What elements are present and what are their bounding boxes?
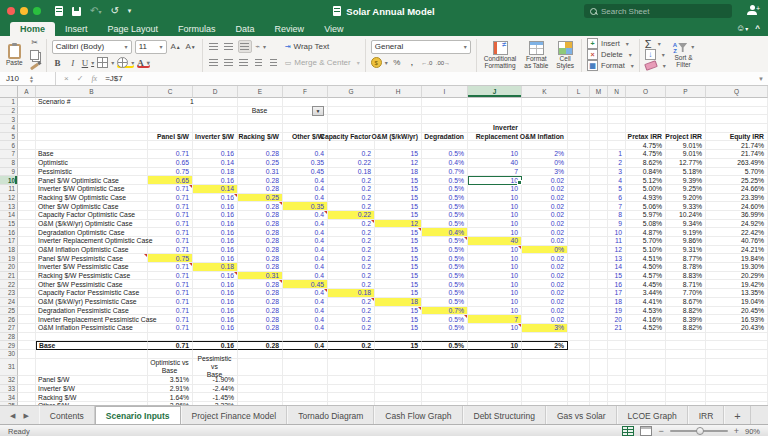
cell-K17[interactable]: 0.02 [522, 237, 568, 246]
cell-M21[interactable] [590, 272, 608, 281]
cell-Q27[interactable]: 20.43% [706, 324, 768, 333]
cell-M23[interactable] [590, 289, 608, 298]
cell-C8[interactable]: 0.65 [148, 159, 193, 168]
cell-A25[interactable] [18, 307, 36, 316]
cell-O7[interactable]: 4.75% [626, 150, 666, 159]
cell-A34[interactable] [18, 393, 36, 402]
cell-G32[interactable] [328, 376, 375, 385]
cell-Q12[interactable]: 23.39% [706, 194, 768, 203]
cell-F3[interactable] [283, 115, 328, 124]
cell-A30[interactable] [18, 350, 36, 359]
cell-H22[interactable]: 15 [375, 280, 422, 289]
sheet-tab-gas-vs-solar[interactable]: Gas vs Solar [546, 406, 617, 425]
cell-M8[interactable] [590, 159, 608, 168]
cell-Q24[interactable]: 19.04% [706, 298, 768, 307]
align-left-icon[interactable] [208, 57, 220, 68]
cell-L14[interactable] [568, 211, 590, 220]
cell-J19[interactable]: 10 [468, 254, 522, 263]
cell-B25[interactable]: Degradation Pessimistic Case [36, 307, 148, 316]
cell-M16[interactable] [590, 228, 608, 237]
cell-A29[interactable] [18, 341, 36, 350]
cell-A31[interactable] [18, 359, 36, 376]
row-header-29[interactable]: 29 [0, 341, 18, 350]
cell-O21[interactable]: 4.57% [626, 272, 666, 281]
cell-H12[interactable]: 15 [375, 194, 422, 203]
cell-N6[interactable] [608, 141, 626, 150]
cell-B2[interactable] [36, 107, 148, 116]
cell-G14[interactable]: 0.22 [328, 211, 375, 220]
cell-I20[interactable]: 0.5% [422, 263, 468, 272]
cell-D23[interactable]: 0.16 [193, 289, 238, 298]
currency-format-icon[interactable]: $▾ [371, 57, 388, 68]
row-header-19[interactable]: 19 [0, 254, 18, 263]
cell-C4[interactable] [148, 124, 193, 133]
cell-J9[interactable]: 7 [468, 168, 522, 177]
cell-G8[interactable]: 0.22 [328, 159, 375, 168]
col-header-C[interactable]: C [148, 86, 193, 98]
cell-styles-button[interactable]: CellStyles [554, 38, 576, 71]
cell-H9[interactable]: 18 [375, 168, 422, 177]
cell-Q19[interactable]: 19.84% [706, 254, 768, 263]
cell-I26[interactable]: 0.5% [422, 315, 468, 324]
cell-F10[interactable]: 0.4 [283, 176, 328, 185]
cell-P27[interactable]: 8.82% [666, 324, 706, 333]
ribbon-tab-review[interactable]: Review [265, 22, 315, 36]
cell-K24[interactable]: 0.02 [522, 298, 568, 307]
cell-P33[interactable] [666, 385, 706, 394]
cell-H24[interactable]: 18 [375, 298, 422, 307]
cell-K19[interactable]: 0.02 [522, 254, 568, 263]
cell-B9[interactable]: Pessimistic [36, 168, 148, 177]
cell-C6[interactable] [148, 141, 193, 150]
cell-H28[interactable] [375, 333, 422, 342]
cell-E32[interactable] [238, 376, 283, 385]
cell-C32[interactable]: 3.51% [148, 376, 193, 385]
cell-L29[interactable] [568, 341, 590, 350]
cell-K26[interactable]: 0.02 [522, 315, 568, 324]
cell-H10[interactable]: 15 [375, 176, 422, 185]
cell-J30[interactable] [468, 350, 522, 359]
percent-format-icon[interactable]: % [391, 57, 403, 68]
cell-Q1[interactable] [706, 98, 768, 107]
cell-P23[interactable]: 7.70% [666, 289, 706, 298]
cell-A5[interactable] [18, 133, 36, 142]
cell-F27[interactable]: 0.4 [283, 324, 328, 333]
format-cells-button[interactable]: ▦ Format▾ [587, 61, 634, 71]
cell-K22[interactable]: 0.02 [522, 280, 568, 289]
cell-J31[interactable] [468, 359, 522, 376]
cell-H29[interactable]: 15 [375, 341, 422, 350]
cell-N34[interactable] [608, 393, 626, 402]
cell-O2[interactable] [626, 107, 666, 116]
underline-button[interactable]: U▾ [82, 57, 95, 68]
cell-L27[interactable] [568, 324, 590, 333]
cell-I1[interactable] [422, 98, 468, 107]
cell-K11[interactable]: 0.02 [522, 185, 568, 194]
cell-N32[interactable] [608, 376, 626, 385]
decrease-font-icon[interactable]: A▼ [185, 41, 197, 52]
row-header-5[interactable]: 5 [0, 133, 18, 142]
cell-P8[interactable]: 12.77% [666, 159, 706, 168]
cell-J27[interactable]: 10 [468, 324, 522, 333]
cell-M17[interactable] [590, 237, 608, 246]
cell-Q16[interactable]: 22.42% [706, 228, 768, 237]
cell-E1[interactable] [238, 98, 283, 107]
cell-C9[interactable]: 0.75 [148, 168, 193, 177]
col-header-K[interactable]: K [522, 86, 568, 98]
cell-C12[interactable]: 0.71 [148, 194, 193, 203]
page-layout-view-icon[interactable] [640, 426, 652, 436]
cell-D12[interactable]: 0.16 [193, 194, 238, 203]
cell-B22[interactable]: Other $/W Pessimistic Case [36, 280, 148, 289]
cell-M19[interactable] [590, 254, 608, 263]
increase-decimal-icon[interactable]: ←.0 [421, 57, 433, 68]
cell-P4[interactable] [666, 124, 706, 133]
cell-B27[interactable]: O&M Inflation Pessimistic Case [36, 324, 148, 333]
cell-C24[interactable]: 0.71 [148, 298, 193, 307]
cell-M11[interactable] [590, 185, 608, 194]
cell-G12[interactable]: 0.2 [328, 194, 375, 203]
cell-I22[interactable]: 0.5% [422, 280, 468, 289]
cell-K29[interactable]: 2% [522, 341, 568, 350]
col-header-Q[interactable]: Q [706, 86, 768, 98]
cell-B10[interactable]: Panel $/W Optimistic Case [36, 176, 148, 185]
cell-C21[interactable]: 0.71 [148, 272, 193, 281]
increase-font-icon[interactable]: A▲ [170, 41, 182, 52]
cell-F2[interactable]: ▼ [283, 107, 328, 116]
